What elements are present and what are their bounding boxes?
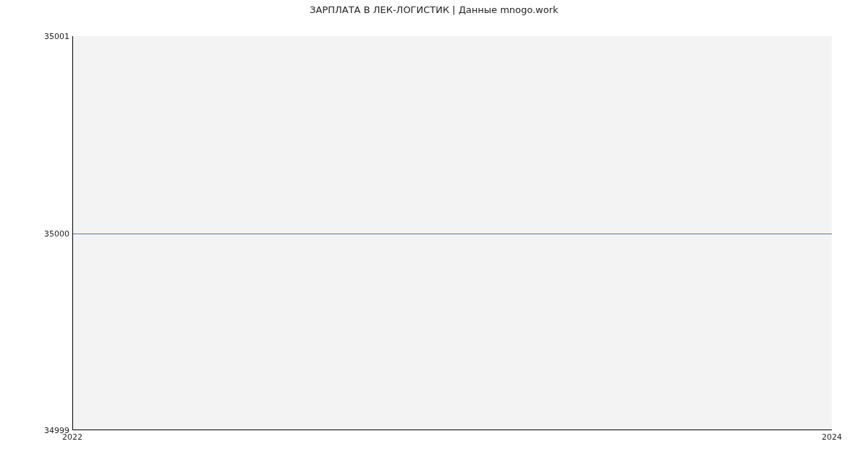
x-tick-label: 2022 — [62, 432, 82, 442]
y-tick-label: 34999 — [4, 426, 69, 435]
data-line — [73, 234, 832, 234]
y-tick-label: 35000 — [4, 228, 69, 238]
chart-title: ЗАРПЛАТА В ЛЕК-ЛОГИСТИК | Данные mnogo.w… — [0, 4, 868, 15]
plot-area — [72, 36, 832, 430]
y-tick-label: 35001 — [4, 32, 69, 41]
x-tick-label: 2024 — [822, 432, 842, 442]
